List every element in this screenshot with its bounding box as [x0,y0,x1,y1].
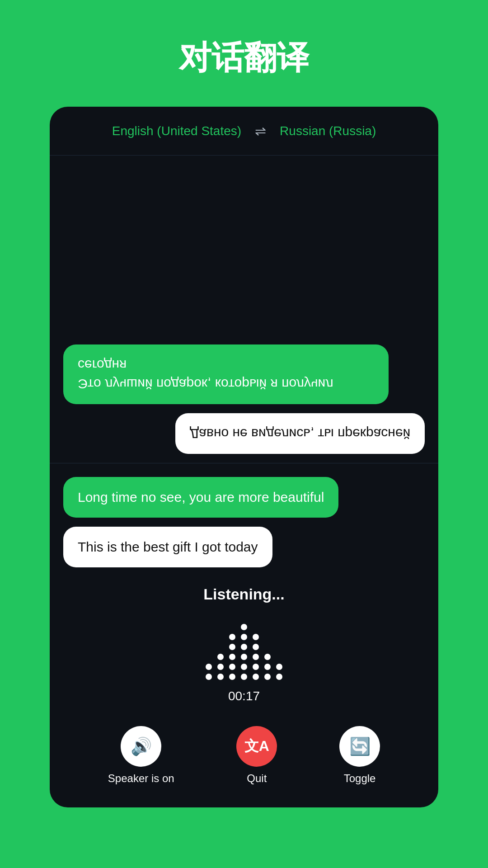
toggle-icon: 🔄 [349,736,371,756]
timer: 00:17 [228,689,260,703]
source-language[interactable]: English (United States) [112,124,241,138]
message-bubble-russian-2: Давно не виделись, ты прекрасней [175,413,425,454]
upper-message-area: Это лучший подарок, который я получил се… [50,156,438,463]
swap-icon[interactable]: ⇌ [255,123,266,139]
waveform-col-7 [276,664,282,680]
listening-section: Listening... [50,576,438,712]
waveform-col-5 [253,634,259,680]
lower-message-area: Long time no see, you are more beautiful… [50,463,438,576]
listening-label: Listening... [203,585,284,603]
waveform-col-3 [229,634,235,680]
waveform-col-1 [206,664,212,680]
waveform-col-6 [264,654,271,680]
translator-card: English (United States) ⇌ Russian (Russi… [50,107,438,807]
speaker-button[interactable]: 🔊 Speaker is on [108,726,174,785]
message-bubble-russian-1: Это лучший подарок, который я получил се… [63,344,389,404]
quit-label: Quit [247,772,267,785]
quit-icon: 文A [244,736,269,756]
page-title: 对话翻译 [179,36,309,80]
toggle-label: Toggle [344,772,376,785]
toggle-button[interactable]: 🔄 Toggle [339,726,380,785]
message-bubble-english-1: Long time no see, you are more beautiful [63,477,338,518]
toggle-icon-circle: 🔄 [339,726,380,767]
quit-icon-circle: 文A [236,726,277,767]
speaker-icon-circle: 🔊 [121,726,161,767]
quit-button[interactable]: 文A Quit [236,726,277,785]
language-bar: English (United States) ⇌ Russian (Russi… [50,107,438,156]
waveform [206,617,282,680]
waveform-col-2 [217,654,224,680]
speaker-icon: 🔊 [131,736,152,756]
bottom-bar: 🔊 Speaker is on 文A Quit 🔄 Toggle [50,712,438,807]
waveform-col-4 [241,624,247,680]
message-bubble-english-2: This is the best gift I got today [63,527,272,567]
speaker-label: Speaker is on [108,772,174,785]
target-language[interactable]: Russian (Russia) [280,124,376,138]
